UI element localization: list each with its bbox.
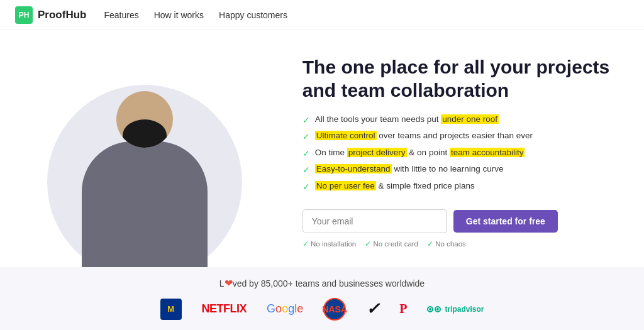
navbar: PH ProofHub Features How it works Happy … (0, 0, 644, 30)
check-icon-1: ✓ (303, 114, 310, 127)
person-body (82, 141, 208, 267)
feature-text-2: Ultimate control over teams and projects… (315, 130, 533, 142)
logo-abbr: PH (19, 11, 30, 19)
highlight-team-accountability: team accountability (450, 148, 525, 157)
hero-person-image (63, 72, 226, 267)
netflix-logo: NETFLIX (202, 302, 247, 316)
check-icon-4: ✓ (303, 164, 310, 177)
highlight-easy-to-understand: Easy-to-understand (315, 164, 392, 173)
get-started-button[interactable]: Get started for free (453, 210, 558, 233)
feature-text-1: All the tools your team needs put under … (315, 114, 499, 126)
nav-link-happy-customers[interactable]: Happy customers (219, 10, 287, 20)
no-spam-badges: No installation No credit card No chaos (303, 239, 619, 248)
check-icon-2: ✓ (303, 131, 310, 143)
feature-text-4: Easy-to-understand with little to no lea… (315, 163, 504, 175)
tripadvisor-logo: tripadvisor (427, 305, 484, 314)
logo-icon: PH (15, 6, 33, 24)
nav-link-features[interactable]: Features (104, 10, 138, 20)
hero-image-area (0, 30, 290, 267)
hero-content: The one place for all your projects and … (290, 30, 644, 267)
feature-text-3: On time project delivery & on point team… (315, 147, 525, 159)
badge-no-installation: No installation (303, 239, 356, 248)
nav-links: Features How it works Happy customers (104, 9, 287, 21)
nike-logo: ✓ (366, 299, 379, 319)
highlight-project-delivery: project delivery (347, 148, 407, 157)
google-logo: Google (267, 302, 303, 316)
brand-logos-row: M NETFLIX Google NASA ✓ P tripadvisor (160, 298, 484, 321)
nav-item-how-it-works[interactable]: How it works (154, 9, 204, 21)
hero-section: The one place for all your projects and … (0, 30, 644, 267)
check-icon-5: ✓ (303, 181, 310, 194)
email-input[interactable] (303, 209, 447, 233)
person-head (116, 91, 173, 148)
badge-no-chaos: No chaos (427, 239, 466, 248)
nasa-logo: NASA (323, 298, 346, 321)
nav-link-how-it-works[interactable]: How it works (154, 10, 204, 20)
loved-text: L❤ved by 85,000+ teams and businesses wo… (219, 277, 425, 289)
feature-item-2: ✓ Ultimate control over teams and projec… (303, 130, 619, 143)
highlight-under-one-roof: under one roof (441, 114, 499, 124)
feature-item-4: ✓ Easy-to-understand with little to no l… (303, 163, 619, 177)
pinterest-logo: P (399, 302, 407, 316)
feature-item-3: ✓ On time project delivery & on point te… (303, 147, 619, 160)
logo-text: ProofHub (38, 9, 86, 21)
feature-item-1: ✓ All the tools your team needs put unde… (303, 114, 619, 127)
feature-text-5: No per user fee & simple fixed price pla… (315, 180, 475, 192)
badge-no-credit-card: No credit card (365, 239, 418, 248)
logo[interactable]: PH ProofHub (15, 6, 86, 24)
highlight-ultimate-control: Ultimate control (315, 131, 377, 140)
nav-item-features[interactable]: Features (104, 9, 138, 21)
footer-logos-section: L❤ved by 85,000+ teams and businesses wo… (0, 267, 644, 330)
feature-item-5: ✓ No per user fee & simple fixed price p… (303, 180, 619, 194)
features-list: ✓ All the tools your team needs put unde… (303, 114, 619, 197)
email-cta-row: Get started for free (303, 209, 619, 233)
hero-title: The one place for all your projects and … (303, 55, 619, 102)
nav-item-happy-customers[interactable]: Happy customers (219, 9, 287, 21)
heart-icon: ❤ (225, 278, 233, 289)
highlight-no-per-user-fee: No per user fee (315, 181, 376, 190)
check-icon-3: ✓ (303, 148, 310, 160)
michigan-logo: M (160, 299, 182, 320)
